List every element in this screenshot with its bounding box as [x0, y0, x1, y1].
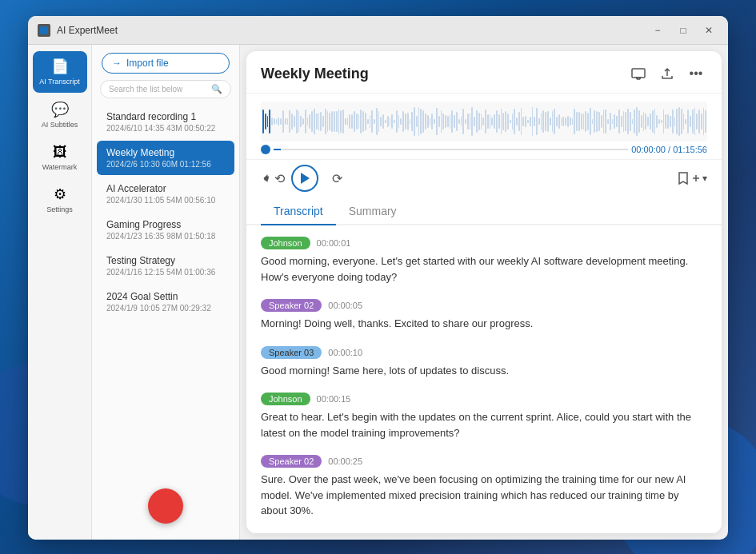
watermark-icon: 🖼: [53, 144, 67, 161]
search-bar[interactable]: Search the list below 🔍: [100, 80, 231, 98]
file-meta-standard-recording: 2024/6/10 14:35 43M 00:50:22: [106, 124, 225, 133]
timestamp: 00:00:05: [328, 301, 362, 310]
sidebar: 📄 AI Transcript 💬 AI Subtitles 🖼 Waterma…: [28, 45, 92, 540]
file-title-standard-recording: Standard recording 1: [106, 111, 225, 122]
file-title-2024-goal-setting: 2024 Goal Settin: [106, 291, 225, 302]
speaker-row: Johnson 00:00:01: [261, 237, 707, 249]
speaker-badge: Speaker 03: [261, 346, 322, 359]
transcript-entry: Johnson 00:00:01 Good morning, everyone.…: [261, 237, 707, 285]
screen-share-icon-button[interactable]: [627, 62, 650, 85]
file-item-gaming-progress[interactable]: Gaming Progress 2024/1/23 16:35 98M 01:5…: [97, 213, 234, 247]
file-item-standard-recording[interactable]: Standard recording 1 2024/6/10 14:35 43M…: [97, 105, 234, 139]
file-meta-gaming-progress: 2024/1/23 16:35 98M 01:50:18: [106, 232, 225, 241]
svg-marker-3: [301, 173, 310, 184]
timestamp: 00:00:25: [328, 456, 362, 466]
file-meta-testing-strategy: 2024/1/16 12:15 54M 01:00:36: [106, 268, 225, 277]
export-icon-button[interactable]: [656, 62, 678, 85]
progress-row: 00:00:00 / 01:15:56: [261, 145, 707, 154]
file-item-testing-strategy[interactable]: Testing Strategy 2024/1/16 12:15 54M 01:…: [97, 249, 234, 283]
file-title-gaming-progress: Gaming Progress: [106, 219, 225, 230]
close-button[interactable]: ✕: [699, 21, 718, 40]
settings-icon: ⚙: [54, 185, 66, 203]
speaker-row: Speaker 02 00:00:25: [261, 455, 707, 468]
window-controls: − □ ✕: [648, 21, 718, 40]
sidebar-item-settings-label: Settings: [46, 205, 73, 214]
app-body: 📄 AI Transcript 💬 AI Subtitles 🖼 Waterma…: [28, 45, 728, 540]
tabs-row: Transcript Summary: [246, 198, 722, 225]
controls-row: ↺ ⟲ ⟳: [246, 160, 722, 198]
maximize-button[interactable]: □: [674, 21, 693, 40]
svg-text:↺: ↺: [264, 176, 269, 181]
current-time: 00:00:00: [631, 145, 666, 154]
panel-header-actions: •••: [627, 62, 707, 85]
timestamp: 00:00:01: [317, 238, 351, 248]
sidebar-item-settings[interactable]: ⚙ Settings: [33, 179, 87, 221]
total-time: 01:15:56: [673, 145, 707, 154]
file-title-testing-strategy: Testing Strategy: [106, 255, 225, 266]
file-list-panel: → Import file Search the list below 🔍 St…: [92, 45, 240, 540]
speaker-row: Johnson 00:00:15: [261, 393, 707, 405]
svg-rect-0: [40, 26, 48, 34]
transcript-text: Morning! Doing well, thanks. Excited to …: [261, 316, 707, 332]
speaker-badge: Speaker 02: [261, 455, 322, 468]
import-file-button[interactable]: → Import file: [102, 53, 230, 74]
file-item-weekly-meeting[interactable]: Weekly Meeting 2024/2/6 10:30 60M 01:12:…: [97, 141, 234, 175]
transcript-entry: Speaker 02 00:00:25 Sure. Over the past …: [261, 455, 707, 519]
panel-title: Weekly Meeting: [261, 66, 369, 82]
sidebar-item-ai-subtitles[interactable]: 💬 AI Subtitles: [33, 94, 87, 136]
waveform-container: 00:00:00 / 01:15:56: [246, 94, 722, 160]
speaker-badge: Speaker 02: [261, 299, 322, 312]
file-item-2024-goal-setting[interactable]: 2024 Goal Settin 2024/1/9 10:05 27M 00:2…: [97, 285, 234, 319]
search-placeholder: Search the list below: [109, 85, 182, 94]
sidebar-item-ai-subtitles-label: AI Subtitles: [42, 121, 78, 130]
play-button[interactable]: [291, 165, 318, 192]
progress-dot[interactable]: [261, 145, 270, 154]
app-window: AI ExpertMeet − □ ✕ 📄 AI Transcript 💬 AI…: [28, 16, 728, 540]
transcript-text: Good morning, everyone. Let's get starte…: [261, 253, 707, 285]
timestamp: 00:00:15: [317, 394, 351, 404]
progress-track[interactable]: [274, 149, 628, 150]
minimize-button[interactable]: −: [648, 21, 667, 40]
main-panel: Weekly Meeting: [246, 51, 722, 533]
sidebar-item-watermark-label: Watermark: [42, 163, 78, 172]
transcript-text: Great to hear. Let's begin with the upda…: [261, 409, 707, 440]
file-meta-weekly-meeting: 2024/2/6 10:30 60M 01:12:56: [106, 160, 225, 169]
transcript-entry: Speaker 02 00:00:05 Morning! Doing well,…: [261, 299, 707, 332]
import-arrow-icon: →: [112, 58, 122, 69]
tab-transcript[interactable]: Transcript: [261, 198, 336, 225]
title-bar: AI ExpertMeet − □ ✕: [28, 16, 728, 45]
speaker-row: Speaker 03 00:00:10: [261, 346, 707, 359]
forward-button[interactable]: ⟳: [325, 166, 349, 190]
record-button[interactable]: [148, 488, 183, 524]
sidebar-item-ai-transcript-label: AI Transcript: [39, 78, 80, 86]
ellipsis-icon: •••: [690, 66, 703, 81]
svg-rect-1: [632, 69, 645, 78]
progress-fill: [274, 149, 281, 150]
waveform[interactable]: [261, 102, 707, 141]
sidebar-item-watermark[interactable]: 🖼 Watermark: [33, 138, 87, 178]
sidebar-item-ai-transcript[interactable]: 📄 AI Transcript: [33, 51, 87, 93]
app-icon: [38, 24, 50, 37]
speaker-badge: Johnson: [261, 237, 310, 249]
app-title: AI ExpertMeet: [57, 25, 648, 36]
import-file-label: Import file: [126, 58, 169, 69]
tab-summary[interactable]: Summary: [336, 198, 410, 225]
rewind-button[interactable]: ↺ ⟲: [261, 166, 285, 190]
transcript-text: Good morning! Same here, lots of updates…: [261, 363, 707, 379]
transcript-entry: Speaker 03 00:00:10 Good morning! Same h…: [261, 346, 707, 379]
panel-header: Weekly Meeting: [246, 51, 722, 94]
bookmark-button[interactable]: ▾: [677, 171, 707, 185]
file-meta-2024-goal-setting: 2024/1/9 10:05 27M 00:29:32: [106, 304, 225, 313]
more-options-button[interactable]: •••: [685, 62, 707, 85]
timestamp: 00:00:10: [328, 348, 362, 357]
file-item-ai-accelerator[interactable]: AI Accelerator 2024/1/30 11:05 54M 00:56…: [97, 177, 234, 211]
file-meta-ai-accelerator: 2024/1/30 11:05 54M 00:56:10: [106, 196, 225, 205]
speaker-row: Speaker 02 00:00:05: [261, 299, 707, 312]
record-area: [92, 321, 239, 540]
transcript-content: Johnson 00:00:01 Good morning, everyone.…: [246, 225, 722, 533]
transcript-text: Sure. Over the past week, we've been foc…: [261, 472, 707, 519]
transcript-entry: Johnson 00:00:15 Great to hear. Let's be…: [261, 393, 707, 440]
playback-controls: ↺ ⟲ ⟳: [261, 165, 349, 192]
search-icon: 🔍: [211, 84, 222, 94]
file-title-ai-accelerator: AI Accelerator: [106, 183, 225, 194]
